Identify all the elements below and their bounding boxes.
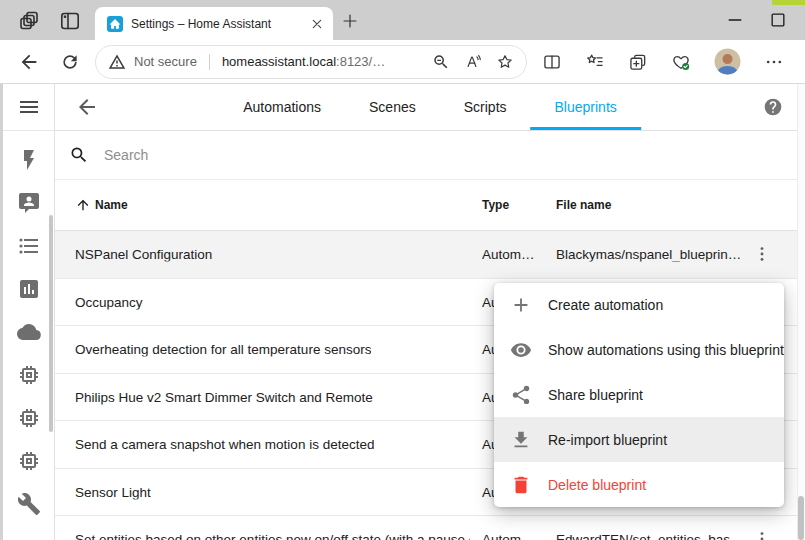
tab-scripts[interactable]: Scripts [440, 84, 531, 130]
favorites-hub-icon[interactable] [585, 52, 605, 72]
blueprint-type: Autom… [482, 247, 535, 262]
sidebar-item-history[interactable] [17, 277, 41, 301]
zoom-out-icon[interactable] [432, 53, 450, 71]
page-url: homeassistant.local:8123/… [222, 54, 385, 69]
menu-item-label: Create automation [548, 297, 663, 313]
sidebar-item-cloud[interactable] [17, 320, 41, 344]
help-icon[interactable] [763, 97, 783, 117]
blueprint-type: Autom… [482, 532, 535, 540]
sidebar-item-assist[interactable] [17, 191, 41, 215]
sidebar-scrollbar[interactable] [49, 215, 53, 432]
minimize-icon[interactable] [721, 10, 749, 30]
blueprint-name: Sensor Light [75, 484, 151, 499]
blueprint-name: Overheating detection for all temperatur… [75, 342, 371, 357]
column-header-name[interactable]: Name [75, 197, 128, 213]
ha-sidebar [3, 84, 55, 540]
sidebar-item-lists[interactable] [17, 234, 41, 258]
hamburger-menu-icon[interactable] [17, 95, 41, 119]
close-tab-icon[interactable] [309, 16, 325, 32]
search-input[interactable] [102, 146, 422, 164]
blueprint-name: Set entities based on other entities new… [75, 532, 470, 540]
sidebar-item-device-3[interactable] [17, 449, 41, 473]
page-scrollbar[interactable] [797, 84, 805, 540]
address-bar[interactable]: Not secure homeassistant.local:8123/… [95, 45, 527, 79]
download-icon [510, 429, 532, 451]
sort-ascending-icon [75, 197, 91, 213]
scrollbar-thumb[interactable] [798, 496, 804, 540]
workspaces-icon[interactable] [17, 9, 41, 33]
new-tab-icon[interactable] [341, 12, 359, 30]
maximize-icon[interactable] [764, 10, 792, 30]
home-assistant-app: AutomationsScenesScriptsBlueprints Name … [0, 84, 805, 540]
table-header: Name Type File name [55, 180, 805, 231]
back-icon[interactable] [18, 51, 40, 73]
blueprint-context-menu: Create automationShow automations using … [494, 283, 784, 507]
tab-automations[interactable]: Automations [219, 84, 345, 130]
tab-scenes[interactable]: Scenes [345, 84, 440, 130]
search-row [55, 131, 805, 180]
menu-item-label: Share blueprint [548, 387, 643, 403]
sidebar-item-energy[interactable] [17, 148, 41, 172]
column-header-type[interactable]: Type [482, 198, 509, 212]
sidebar-item-device-2[interactable] [17, 406, 41, 430]
collections-icon[interactable] [628, 52, 648, 72]
menu-item-label: Re-import blueprint [548, 432, 667, 448]
row-overflow-menu-icon[interactable] [752, 529, 772, 540]
sidebar-item-device-1[interactable] [17, 363, 41, 387]
share-icon [510, 384, 532, 406]
url-host: homeassistant.local [222, 54, 336, 69]
refresh-icon[interactable] [60, 52, 80, 72]
home-assistant-favicon [107, 16, 123, 32]
blueprint-file-name: EdwardTEN/set_entities_bas… [556, 532, 744, 540]
menu-item-label: Delete blueprint [548, 477, 646, 493]
trash-icon [510, 474, 532, 496]
blueprint-name: Send a camera snapshot when motion is de… [75, 437, 374, 452]
plus-icon [510, 294, 532, 316]
desktop-edge-strip [772, 0, 805, 5]
sidebar-item-tools[interactable] [17, 492, 41, 516]
menu-item-create-automation[interactable]: Create automation [494, 283, 784, 328]
url-path: :8123/… [336, 54, 385, 69]
menu-item-show-automations-using-this-blueprint[interactable]: Show automations using this blueprint [494, 328, 784, 373]
read-aloud-icon[interactable] [464, 53, 482, 71]
eye-icon [510, 339, 532, 361]
row-overflow-menu-icon[interactable] [752, 244, 772, 264]
tab-actions-icon[interactable] [58, 9, 82, 33]
blueprints-page: AutomationsScenesScriptsBlueprints Name … [55, 84, 805, 540]
browser-essentials-icon[interactable] [671, 52, 691, 72]
profile-avatar[interactable] [714, 48, 741, 75]
column-header-file-name[interactable]: File name [556, 198, 611, 212]
blueprint-file-name: Blackymas/nspanel_blueprin… [556, 247, 741, 262]
menu-item-label: Show automations using this blueprint [548, 342, 784, 358]
back-arrow-icon[interactable] [75, 95, 99, 119]
more-menu-icon[interactable] [764, 52, 784, 72]
browser-tab[interactable]: Settings – Home Assistant [95, 7, 333, 40]
menu-item-delete-blueprint[interactable]: Delete blueprint [494, 462, 784, 507]
not-secure-warning-icon[interactable] [108, 53, 126, 71]
table-row[interactable]: Set entities based on other entities new… [55, 516, 805, 540]
page-header: AutomationsScenesScriptsBlueprints [55, 84, 805, 131]
tab-blueprints[interactable]: Blueprints [531, 84, 641, 130]
address-divider [209, 54, 210, 70]
menu-item-re-import-blueprint[interactable]: Re-import blueprint [494, 417, 784, 462]
blueprint-name: NSPanel Configuration [75, 247, 212, 262]
table-row[interactable]: NSPanel ConfigurationAutom…Blackymas/nsp… [55, 231, 805, 279]
browser-titlebar: Settings – Home Assistant [0, 0, 805, 40]
security-label: Not secure [134, 54, 197, 69]
search-icon [69, 145, 89, 165]
menu-item-share-blueprint[interactable]: Share blueprint [494, 373, 784, 418]
browser-toolbar: Not secure homeassistant.local:8123/… [0, 40, 805, 84]
blueprint-name: Occupancy [75, 294, 143, 309]
tab-title: Settings – Home Assistant [131, 17, 301, 31]
split-screen-icon[interactable] [542, 52, 562, 72]
blueprint-name: Philips Hue v2 Smart Dimmer Switch and R… [75, 389, 373, 404]
favorite-star-icon[interactable] [496, 53, 514, 71]
